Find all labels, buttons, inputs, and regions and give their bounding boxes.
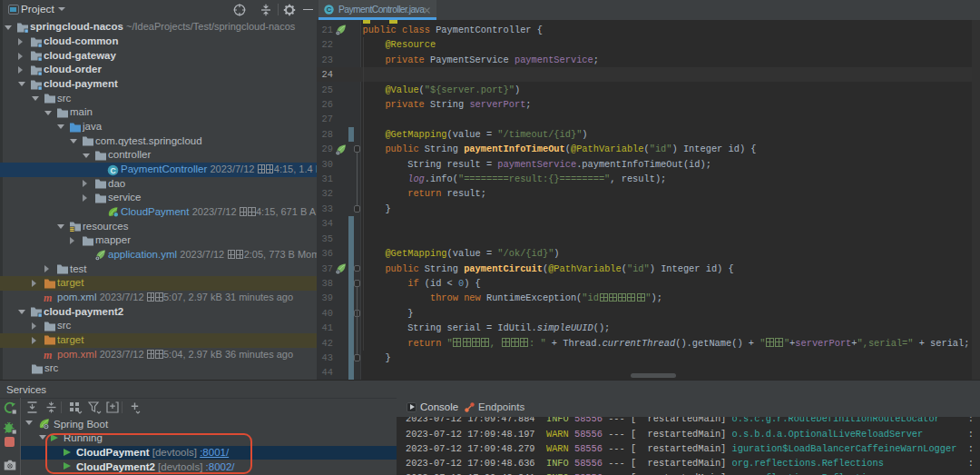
svg-text:C: C	[110, 165, 115, 174]
svg-text:C: C	[327, 5, 332, 14]
